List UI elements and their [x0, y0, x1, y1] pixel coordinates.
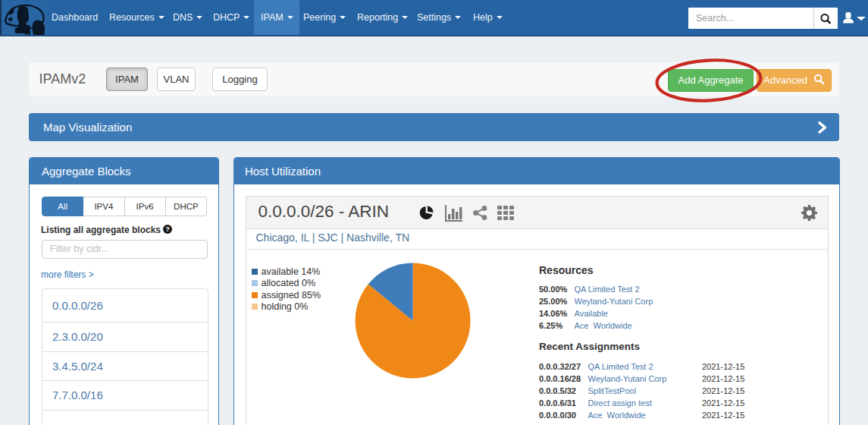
svg-text:?: ?: [166, 225, 170, 233]
